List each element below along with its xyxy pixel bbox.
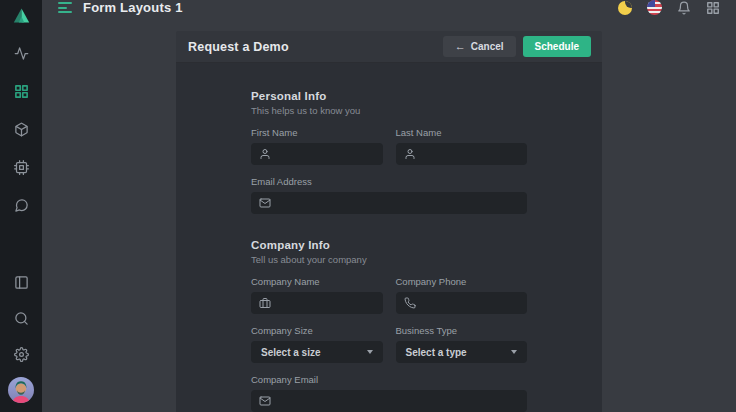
field-company-phone: Company Phone bbox=[396, 276, 528, 314]
chevron-down-icon bbox=[367, 350, 373, 354]
email-address-text-input[interactable] bbox=[277, 192, 519, 214]
user-avatar[interactable] bbox=[8, 377, 34, 403]
company-name-label: Company Name bbox=[251, 276, 383, 287]
email-address-label: Email Address bbox=[251, 176, 527, 187]
personal-fields: First Name Last Name bbox=[251, 116, 527, 214]
chevron-down-icon bbox=[511, 350, 517, 354]
field-first-name: First Name bbox=[251, 127, 383, 165]
theme-moon-icon bbox=[618, 1, 632, 15]
back-arrow-icon: ← bbox=[455, 41, 466, 52]
section-personal-info: Personal Info This helps us to know you … bbox=[251, 90, 527, 214]
field-company-size: Company Size Select a size bbox=[251, 325, 383, 363]
main-column: Form Layouts 1 Request a Demo bbox=[42, 0, 736, 412]
header-actions bbox=[618, 0, 720, 15]
company-size-select[interactable]: Select a size bbox=[251, 341, 383, 363]
cancel-button-label: Cancel bbox=[471, 41, 504, 52]
envelope-icon bbox=[259, 197, 271, 209]
request-demo-card: Request a Demo ← Cancel Schedule bbox=[176, 31, 602, 412]
sidebar-item-layouts[interactable] bbox=[0, 72, 42, 110]
activity-icon bbox=[14, 46, 29, 61]
sidebar-bottom-nav bbox=[0, 264, 42, 412]
company-fields: Company Name Company Phone bbox=[251, 265, 527, 412]
first-name-input[interactable] bbox=[251, 143, 383, 165]
notifications-button[interactable] bbox=[677, 1, 691, 15]
page-title: Form Layouts 1 bbox=[83, 0, 183, 15]
sidebar-panel-icon bbox=[14, 275, 29, 290]
card-body: Personal Info This helps us to know you … bbox=[176, 63, 602, 412]
briefcase-icon bbox=[259, 297, 271, 309]
company-email-input[interactable] bbox=[251, 390, 527, 412]
business-type-label: Business Type bbox=[396, 325, 528, 336]
sidebar-item-activity[interactable] bbox=[0, 34, 42, 72]
person-icon bbox=[259, 148, 271, 160]
card-title: Request a Demo bbox=[188, 40, 289, 54]
last-name-label: Last Name bbox=[396, 127, 528, 138]
section-heading: Personal Info bbox=[251, 90, 527, 102]
company-name-text-input[interactable] bbox=[277, 292, 375, 314]
field-email-address: Email Address bbox=[251, 176, 527, 214]
app-logo[interactable] bbox=[0, 0, 42, 30]
cpu-icon bbox=[14, 160, 29, 175]
last-name-text-input[interactable] bbox=[422, 143, 520, 165]
card-header-actions: ← Cancel Schedule bbox=[443, 36, 591, 57]
sidebar-item-panel-toggle[interactable] bbox=[0, 264, 42, 300]
business-type-selected-value: Select a type bbox=[406, 347, 467, 358]
field-company-email: Company Email bbox=[251, 374, 527, 412]
cube-icon bbox=[14, 122, 29, 137]
company-size-label: Company Size bbox=[251, 325, 383, 336]
section-company-info: Company Info Tell us about your company … bbox=[251, 239, 527, 412]
field-company-name: Company Name bbox=[251, 276, 383, 314]
sidebar-item-devices[interactable] bbox=[0, 148, 42, 186]
cancel-button[interactable]: ← Cancel bbox=[443, 36, 516, 57]
apps-menu-button[interactable] bbox=[706, 1, 720, 15]
company-size-selected-value: Select a size bbox=[261, 347, 320, 358]
company-phone-label: Company Phone bbox=[396, 276, 528, 287]
last-name-input[interactable] bbox=[396, 143, 528, 165]
company-phone-input[interactable] bbox=[396, 292, 528, 314]
avatar-illustration bbox=[8, 377, 34, 403]
sidebar bbox=[0, 0, 42, 412]
grid-icon bbox=[14, 84, 29, 99]
search-icon bbox=[14, 311, 29, 326]
top-header: Form Layouts 1 bbox=[42, 0, 736, 15]
business-type-select[interactable]: Select a type bbox=[396, 341, 528, 363]
theme-toggle-button[interactable] bbox=[618, 1, 632, 15]
company-name-input[interactable] bbox=[251, 292, 383, 314]
notifications-bell-icon bbox=[677, 1, 691, 15]
envelope-icon bbox=[259, 395, 271, 407]
field-last-name: Last Name bbox=[396, 127, 528, 165]
sidebar-item-settings[interactable] bbox=[0, 336, 42, 372]
company-email-text-input[interactable] bbox=[277, 390, 519, 412]
section-subheading: Tell us about your company bbox=[251, 254, 527, 265]
app-root: Form Layouts 1 Request a Demo bbox=[0, 0, 736, 412]
gear-icon bbox=[14, 347, 29, 362]
language-selector[interactable] bbox=[647, 0, 662, 15]
company-phone-text-input[interactable] bbox=[422, 292, 520, 314]
sidebar-item-components[interactable] bbox=[0, 110, 42, 148]
phone-icon bbox=[404, 297, 416, 309]
schedule-button[interactable]: Schedule bbox=[523, 36, 591, 57]
card-header: Request a Demo ← Cancel Schedule bbox=[176, 31, 602, 63]
sidebar-item-search[interactable] bbox=[0, 300, 42, 336]
person-icon bbox=[404, 148, 416, 160]
sidebar-nav bbox=[0, 34, 42, 224]
section-heading: Company Info bbox=[251, 239, 527, 251]
sidebar-item-chat[interactable] bbox=[0, 186, 42, 224]
email-address-input[interactable] bbox=[251, 192, 527, 214]
apps-grid-icon bbox=[706, 1, 720, 15]
menu-icon[interactable] bbox=[56, 0, 74, 15]
section-subheading: This helps us to know you bbox=[251, 105, 527, 116]
triangle-logo-icon bbox=[13, 8, 30, 23]
first-name-text-input[interactable] bbox=[277, 143, 375, 165]
first-name-label: First Name bbox=[251, 127, 383, 138]
content-area: Request a Demo ← Cancel Schedule bbox=[42, 15, 736, 412]
chat-bubble-icon bbox=[14, 198, 29, 213]
company-email-label: Company Email bbox=[251, 374, 527, 385]
language-us-flag-icon bbox=[647, 0, 662, 15]
field-business-type: Business Type Select a type bbox=[396, 325, 528, 363]
schedule-button-label: Schedule bbox=[535, 41, 579, 52]
